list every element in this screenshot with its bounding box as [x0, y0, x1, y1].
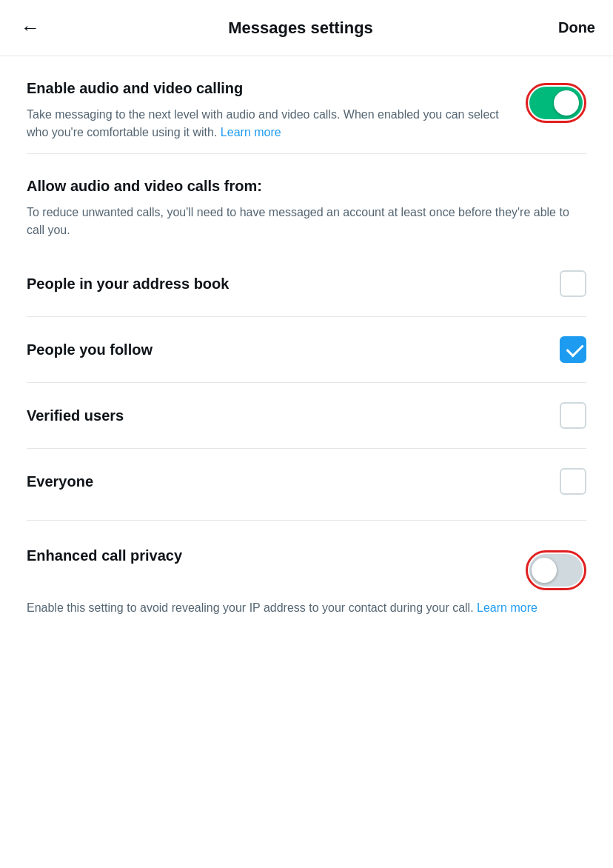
enhanced-privacy-toggle-highlight [526, 550, 586, 590]
enhanced-privacy-section: Enhanced call privacy Enable this settin… [27, 527, 586, 623]
checkbox-label-address-book: People in your address book [27, 276, 229, 293]
header: ← Messages settings Done [0, 0, 613, 56]
enhanced-privacy-toggle-wrapper [526, 550, 586, 590]
allow-calls-title: Allow audio and video calls from: [27, 178, 586, 195]
enable-audio-video-learn-more[interactable]: Learn more [221, 126, 281, 138]
enhanced-privacy-description: Enable this setting to avoid revealing y… [27, 599, 586, 617]
back-button[interactable]: ← [18, 13, 43, 42]
checkbox-rows: People in your address book People you f… [27, 251, 586, 514]
allow-calls-section: Allow audio and video calls from: To red… [27, 160, 586, 245]
enable-audio-video-toggle-wrapper [526, 83, 586, 123]
enable-audio-video-title: Enable audio and video calling [27, 80, 511, 97]
checkbox-label-everyone: Everyone [27, 473, 93, 490]
checkbox-verified-users[interactable] [560, 402, 586, 429]
enable-audio-video-description: Take messaging to the next level with au… [27, 106, 511, 141]
enable-audio-video-section: Enable audio and video calling Take mess… [27, 56, 586, 147]
enhanced-privacy-toggle[interactable] [529, 554, 583, 587]
page-title: Messages settings [228, 19, 373, 38]
enable-audio-video-toggle[interactable] [529, 87, 583, 119]
enhanced-privacy-toggle-knob [532, 558, 557, 583]
enable-audio-video-text: Enable audio and video calling Take mess… [27, 80, 511, 141]
checkbox-label-people-follow: People you follow [27, 341, 153, 358]
checkbox-people-follow[interactable] [560, 336, 586, 363]
checkbox-everyone[interactable] [560, 468, 586, 495]
checkbox-row-address-book[interactable]: People in your address book [27, 251, 586, 317]
divider-2 [27, 520, 586, 521]
allow-calls-description: To reduce unwanted calls, you'll need to… [27, 204, 586, 239]
checkbox-row-verified-users[interactable]: Verified users [27, 383, 586, 449]
divider-1 [27, 153, 586, 154]
enhanced-privacy-row: Enhanced call privacy [27, 547, 586, 590]
enable-audio-video-toggle-knob [554, 90, 579, 116]
enhanced-privacy-learn-more[interactable]: Learn more [477, 601, 537, 614]
main-content: Enable audio and video calling Take mess… [0, 56, 613, 623]
checkbox-row-people-follow[interactable]: People you follow [27, 317, 586, 383]
checkbox-address-book[interactable] [560, 270, 586, 297]
checkbox-row-everyone[interactable]: Everyone [27, 449, 586, 514]
checkbox-label-verified-users: Verified users [27, 407, 124, 424]
enable-audio-video-toggle-highlight [526, 83, 586, 123]
enhanced-privacy-title: Enhanced call privacy [27, 547, 182, 564]
done-button[interactable]: Done [558, 19, 595, 36]
